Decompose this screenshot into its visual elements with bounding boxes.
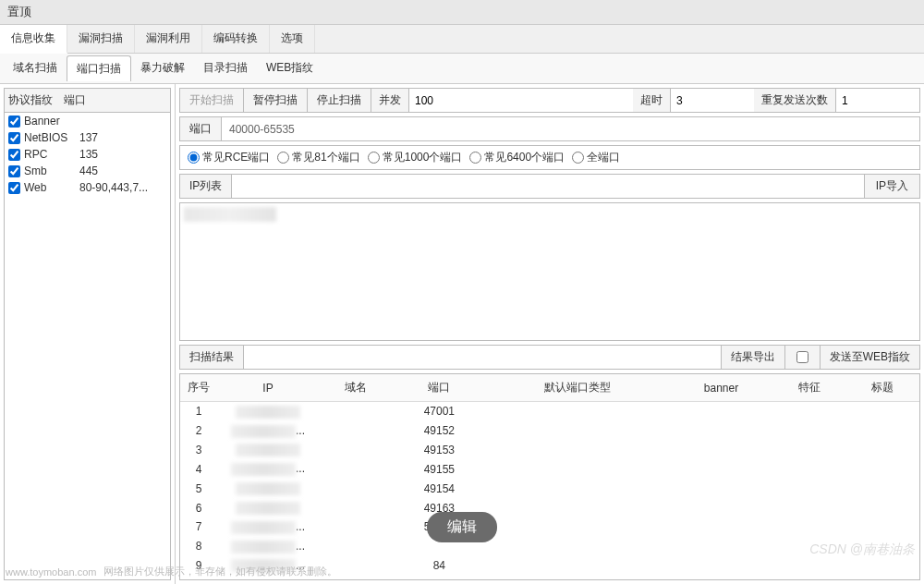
protocol-name: RPC: [24, 148, 79, 161]
timeout-label: 超时: [633, 89, 671, 112]
footer-note: 网络图片仅供展示，非存储，如有侵权请联系删除。: [103, 565, 337, 578]
protocol-row[interactable]: Smb445: [5, 163, 170, 179]
protocol-name: NetBIOS: [24, 131, 79, 144]
table-row[interactable]: 649163: [180, 498, 919, 517]
title-bar: 置顶: [0, 0, 924, 25]
protocol-port: 135: [79, 148, 166, 161]
scan-toolbar: 开始扫描 暂停扫描 停止扫描 并发 超时 重复发送次数: [179, 88, 920, 113]
port-range-row: 端口 40000-65535: [179, 116, 920, 141]
redacted-ip: [236, 406, 300, 419]
redacted-ip: [231, 425, 296, 438]
iplist-label: IP列表: [180, 175, 232, 198]
pause-scan-button[interactable]: 暂停扫描: [244, 89, 308, 112]
send-webfp-checkbox[interactable]: [784, 346, 820, 369]
redacted-ip: [184, 207, 276, 222]
redacted-ip: [236, 444, 300, 456]
redacted-ip: [231, 521, 296, 534]
tab-info-collect[interactable]: 信息收集: [0, 25, 67, 54]
threads-input[interactable]: [409, 91, 633, 111]
protocol-checkbox[interactable]: [8, 116, 20, 128]
table-header[interactable]: 特征: [773, 374, 846, 402]
table-header[interactable]: IP: [217, 374, 319, 402]
tab-options[interactable]: 选项: [270, 25, 315, 53]
protocol-checkbox[interactable]: [8, 165, 20, 177]
redacted-ip: [236, 502, 300, 515]
start-scan-button[interactable]: 开始扫描: [180, 89, 244, 112]
timeout-input[interactable]: [671, 91, 754, 111]
radio-rce-ports[interactable]: 常见RCE端口: [188, 150, 270, 165]
protocol-list: BannerNetBIOS137RPC135Smb445Web80-90,443…: [4, 113, 171, 580]
tab-encode[interactable]: 编码转换: [202, 25, 270, 53]
send-webfp-button[interactable]: 发送至WEB指纹: [820, 346, 919, 369]
port-preset-radios: 常见RCE端口 常见81个端口 常见1000个端口 常见6400个端口 全端口: [179, 145, 920, 170]
main-tabs: 信息收集 漏洞扫描 漏洞利用 编码转换 选项: [0, 25, 924, 54]
protocol-panel-header: 协议指纹 端口: [4, 88, 171, 113]
table-header[interactable]: 端口: [392, 374, 486, 402]
stop-scan-button[interactable]: 停止扫描: [308, 89, 371, 112]
table-row[interactable]: 2...49152: [180, 421, 919, 441]
edit-overlay-pill[interactable]: 编辑: [427, 512, 497, 542]
protocol-row[interactable]: RPC135: [5, 146, 170, 163]
right-panel: 开始扫描 暂停扫描 停止扫描 并发 超时 重复发送次数 端口 40000-655…: [176, 84, 924, 584]
protocol-checkbox[interactable]: [8, 182, 20, 194]
protocol-row[interactable]: Web80-90,443,7...: [5, 179, 170, 196]
retry-input[interactable]: [836, 91, 919, 111]
table-row[interactable]: 8...: [180, 537, 919, 556]
protocol-name: Web: [24, 181, 79, 194]
redacted-ip: [231, 463, 296, 476]
protocol-name: Smb: [24, 164, 79, 177]
subtab-web-fingerprint[interactable]: WEB指纹: [257, 55, 322, 81]
table-header[interactable]: 序号: [180, 374, 217, 402]
results-label: 扫描结果: [180, 346, 244, 369]
iplist-header: IP列表 IP导入: [179, 174, 920, 199]
window-title: 置顶: [7, 5, 31, 18]
sub-tabs: 域名扫描 端口扫描 暴力破解 目录扫描 WEB指纹: [0, 54, 924, 84]
results-header: 扫描结果 结果导出 发送至WEB指纹: [179, 345, 920, 370]
protocol-port: 445: [79, 164, 166, 177]
table-row[interactable]: 147001: [180, 402, 919, 421]
protocol-checkbox[interactable]: [8, 132, 20, 144]
watermark-text: CSDN @南巷油条: [809, 541, 915, 558]
tab-vuln-exploit[interactable]: 漏洞利用: [135, 25, 202, 53]
protocol-name: Banner: [24, 115, 79, 128]
retry-label: 重复发送次数: [754, 89, 836, 112]
table-header[interactable]: 标题: [846, 374, 919, 402]
table-header[interactable]: banner: [669, 374, 772, 402]
subtab-port-scan[interactable]: 端口扫描: [67, 55, 131, 81]
ip-list-textarea[interactable]: [179, 202, 920, 341]
table-row[interactable]: 4...49155: [180, 459, 919, 479]
redacted-ip: [231, 541, 296, 554]
protocol-checkbox[interactable]: [8, 149, 20, 161]
protocol-row[interactable]: Banner: [5, 113, 170, 129]
redacted-ip: [236, 482, 300, 495]
protocol-panel: 协议指纹 端口 BannerNetBIOS137RPC135Smb445Web8…: [0, 84, 176, 584]
radio-81-ports[interactable]: 常见81个端口: [277, 150, 359, 165]
footer: www.toymoban.com 网络图片仅供展示，非存储，如有侵权请联系删除。: [6, 565, 337, 578]
threads-label: 并发: [371, 89, 409, 112]
footer-site: www.toymoban.com: [6, 566, 96, 578]
table-header[interactable]: 默认端口类型: [487, 374, 670, 402]
subtab-dir-scan[interactable]: 目录扫描: [194, 55, 257, 81]
col-protocol: 协议指纹: [8, 92, 64, 108]
subtab-bruteforce[interactable]: 暴力破解: [131, 55, 194, 81]
subtab-domain-scan[interactable]: 域名扫描: [4, 55, 67, 81]
port-range-label: 端口: [180, 117, 222, 140]
col-port: 端口: [64, 92, 86, 108]
export-results-button[interactable]: 结果导出: [721, 346, 784, 369]
protocol-port: 80-90,443,7...: [79, 181, 166, 194]
radio-all-ports[interactable]: 全端口: [572, 150, 620, 165]
tab-vuln-scan[interactable]: 漏洞扫描: [67, 25, 135, 53]
protocol-row[interactable]: NetBIOS137: [5, 129, 170, 146]
table-row[interactable]: 549154: [180, 479, 919, 498]
radio-6400-ports[interactable]: 常见6400个端口: [469, 150, 565, 165]
radio-1000-ports[interactable]: 常见1000个端口: [368, 150, 463, 165]
protocol-port: 137: [79, 131, 166, 144]
table-row[interactable]: 349153: [180, 441, 919, 460]
send-webfp-check[interactable]: [796, 351, 808, 363]
table-header[interactable]: 域名: [319, 374, 392, 402]
port-range-value[interactable]: 40000-65535: [222, 119, 919, 140]
table-row[interactable]: 7...55928: [180, 517, 919, 537]
ip-import-button[interactable]: IP导入: [864, 175, 919, 198]
